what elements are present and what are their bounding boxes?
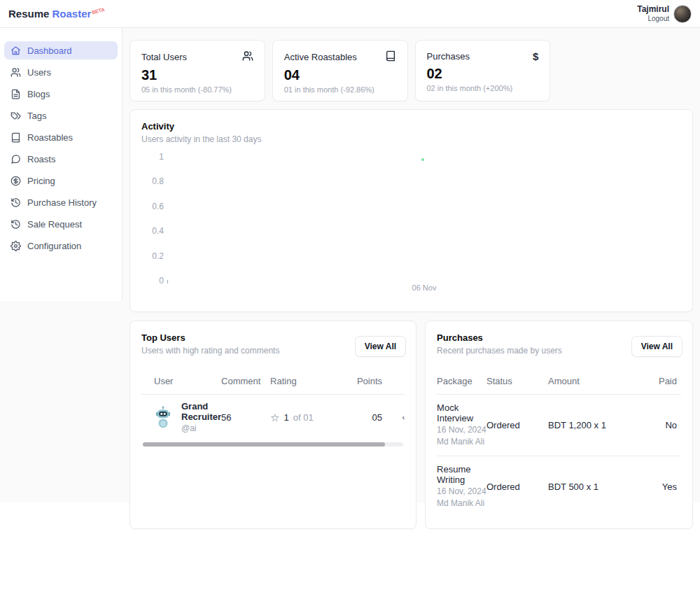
sidebar-item-blogs[interactable]: Blogs: [4, 85, 118, 103]
sidebar-item-tags[interactable]: Tags: [4, 106, 118, 125]
purchase-amount: BDT 500 x 1: [548, 482, 643, 492]
chat-bubble-icon: [10, 154, 21, 164]
rating-value: 1: [284, 412, 289, 423]
clipped-cell-fragment: ‹: [382, 413, 405, 421]
sidebar-item-label: Dashboard: [27, 45, 72, 56]
sidebar-item-label: Users: [27, 67, 51, 78]
y-axis-tick: 0.2: [141, 251, 164, 261]
activity-title: Activity: [141, 121, 681, 132]
x-axis-origin-tick: [167, 280, 168, 283]
main-content: Total Users 31 05 in this month (-80.77%…: [122, 28, 700, 529]
stat-value: 04: [284, 67, 396, 83]
app-shell: Dashboard Users Blogs Tags: [0, 28, 700, 503]
purchase-paid: Yes: [643, 482, 681, 492]
column-header-user: User: [141, 376, 221, 386]
sidebar-item-pricing[interactable]: Pricing: [4, 171, 118, 190]
table-row[interactable]: Grand Recruiter @ai 56 ☆ 1 of 01 05 ‹: [141, 395, 405, 441]
rating-suffix: of 01: [293, 412, 314, 423]
sidebar-item-label: Sale Request: [27, 219, 82, 230]
column-header-rating: Rating: [270, 376, 346, 386]
top-users-panel: Top Users Users with high rating and com…: [130, 321, 416, 529]
dollar-circle-icon: [10, 176, 21, 186]
bottom-grid: Top Users Users with high rating and com…: [130, 321, 693, 529]
sidebar-item-purchase-history[interactable]: Purchase History: [4, 193, 118, 211]
column-header-points: Points: [346, 376, 382, 386]
purchases-view-all-button[interactable]: View All: [631, 336, 682, 357]
top-user-name: Grand Recruiter: [181, 401, 221, 422]
stats-grid: Total Users 31 05 in this month (-80.77%…: [130, 40, 693, 101]
sidebar-item-users[interactable]: Users: [4, 63, 118, 81]
user-avatar[interactable]: [673, 5, 692, 23]
scrollbar-thumb[interactable]: [143, 442, 385, 447]
sidebar-item-label: Configuration: [27, 241, 81, 251]
column-header-package: Package: [437, 376, 486, 386]
history-icon: [10, 197, 21, 208]
purchase-package: Mock Interview: [437, 402, 486, 423]
column-header-status: Status: [486, 376, 548, 386]
purchase-date: 16 Nov, 2024: [437, 425, 486, 435]
app-logo[interactable]: Resume RoasterBETA: [8, 8, 104, 20]
activity-panel: Activity Users activity in the last 30 d…: [130, 109, 693, 312]
top-user-points: 05: [346, 412, 382, 423]
table-row[interactable]: Mock Interview 16 Nov, 2024 Md Manik Ali…: [437, 395, 681, 456]
purchases-panel: Purchases Recent purchases made by users…: [425, 321, 693, 529]
sidebar-item-label: Blogs: [27, 89, 50, 99]
top-user-rating: ☆ 1 of 01: [270, 412, 346, 423]
stat-value: 31: [141, 67, 253, 83]
logout-button[interactable]: Logout: [637, 15, 669, 23]
y-axis-tick: 0: [141, 276, 164, 286]
purchases-table-header: Package Status Amount Paid: [437, 370, 681, 395]
sidebar-item-configuration[interactable]: Configuration: [4, 237, 118, 255]
purchase-amount: BDT 1,200 x 1: [548, 420, 643, 430]
sidebar-item-label: Tags: [27, 111, 46, 121]
sidebar-item-dashboard[interactable]: Dashboard: [4, 41, 118, 59]
stat-title: Total Users: [141, 52, 187, 62]
column-header-comment: Comment: [221, 376, 270, 386]
users-icon: [10, 67, 21, 78]
stat-card-purchases: Purchases $ 02 02 in this month (+200%): [415, 40, 551, 101]
stat-value: 02: [427, 66, 539, 82]
purchase-status: Ordered: [486, 482, 548, 492]
y-axis-tick: 0.4: [141, 226, 164, 236]
table-row[interactable]: Resume Writing 16 Nov, 2024 Md Manik Ali…: [437, 456, 681, 517]
user-name: Tajmirul: [637, 5, 669, 15]
star-icon: ☆: [270, 412, 279, 423]
beta-badge: BETA: [92, 7, 106, 15]
book-icon: [385, 50, 396, 64]
stat-card-active-roastables: Active Roastables 04 01 in this month (-…: [272, 40, 408, 101]
dollar-icon: $: [533, 50, 538, 62]
horizontal-scrollbar[interactable]: [143, 442, 403, 447]
logo-primary: Resume: [8, 8, 49, 20]
page: Resume RoasterBETA Tajmirul Logout Dashb…: [0, 0, 700, 611]
sidebar-item-label: Purchase History: [27, 197, 97, 208]
column-header-amount: Amount: [548, 376, 643, 386]
stat-title: Active Roastables: [284, 52, 357, 62]
book-icon: [10, 132, 21, 143]
purchase-customer: Md Manik Ali: [437, 498, 486, 509]
purchase-paid: No: [643, 420, 681, 430]
stat-card-total-users: Total Users 31 05 in this month (-80.77%…: [130, 40, 265, 101]
stat-subtext: 02 in this month (+200%): [427, 84, 539, 92]
stat-title: Purchases: [427, 51, 470, 62]
history-icon: [10, 219, 21, 230]
top-users-table-header: User Comment Rating Points: [141, 370, 405, 395]
user-menu: Tajmirul Logout: [637, 5, 692, 23]
tags-icon: [10, 111, 21, 121]
x-axis-tick: 06 Nov: [412, 283, 437, 292]
top-bar: Resume RoasterBETA Tajmirul Logout: [0, 0, 700, 28]
purchase-customer: Md Manik Ali: [437, 437, 486, 447]
sidebar-item-label: Roasts: [27, 154, 55, 164]
top-user-handle: @ai: [181, 423, 221, 433]
users-icon: [242, 50, 253, 64]
y-axis-tick: 1: [141, 152, 164, 162]
activity-data-point[interactable]: [421, 158, 424, 161]
sidebar-item-label: Roastables: [27, 132, 73, 143]
purchase-package: Resume Writing: [437, 464, 486, 485]
plot-area: 06 Nov: [167, 146, 681, 295]
stat-subtext: 05 in this month (-80.77%): [141, 85, 253, 94]
top-users-view-all-button[interactable]: View All: [355, 336, 406, 357]
sidebar-item-sale-request[interactable]: Sale Request: [4, 215, 118, 233]
sidebar-item-roastables[interactable]: Roastables: [4, 128, 118, 146]
purchase-status: Ordered: [486, 420, 548, 430]
sidebar-item-roasts[interactable]: Roasts: [4, 150, 118, 168]
